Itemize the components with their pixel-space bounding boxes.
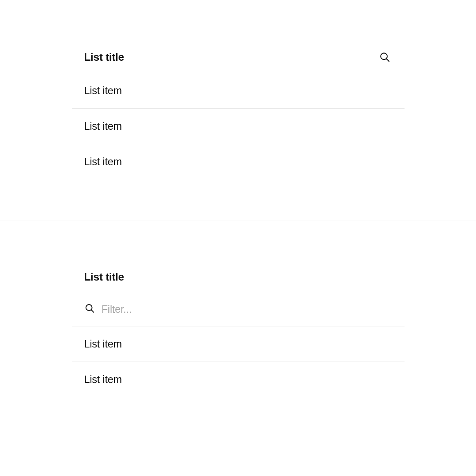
list-section-2: List title List item List item [0,221,476,397]
list-section-1: List title List item List item List item [0,0,476,179]
list-title: List title [84,51,124,64]
list-item[interactable]: List item [72,362,405,397]
list-item[interactable]: List item [72,109,405,144]
filter-input[interactable] [102,303,392,315]
search-icon [379,51,390,63]
list-container: List title List item List item [72,262,405,397]
list-item[interactable]: List item [72,144,405,179]
list-header: List title [72,41,405,73]
svg-line-1 [386,59,389,61]
search-button[interactable] [377,50,392,64]
list-container: List title List item List item List item [72,41,405,179]
list-item[interactable]: List item [72,326,405,362]
svg-line-3 [91,310,94,312]
list-title: List title [84,271,124,283]
list-header: List title [72,262,405,292]
list-item[interactable]: List item [72,73,405,109]
filter-row [72,292,405,326]
search-icon [84,303,95,315]
